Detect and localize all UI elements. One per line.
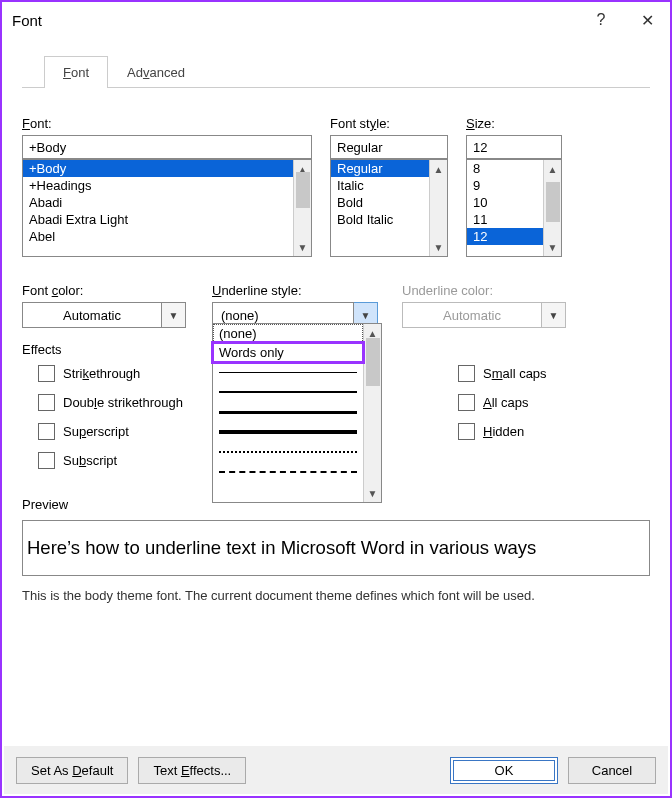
tab-content: Font: +Body +Headings Abadi Abadi Extra …: [2, 88, 670, 613]
ok-button[interactable]: OK: [450, 757, 558, 784]
style-list-item[interactable]: Bold: [331, 194, 429, 211]
help-button[interactable]: ?: [578, 2, 624, 38]
ulcolor-label: Underline color:: [402, 283, 572, 298]
font-list-item[interactable]: +Headings: [23, 177, 293, 194]
underline-dropdown[interactable]: (none) Words only ▲ ▼: [212, 323, 382, 503]
scroll-down-icon[interactable]: ▼: [544, 238, 561, 256]
tabstrip: Font Advanced: [22, 38, 650, 88]
font-column: Font: +Body +Headings Abadi Abadi Extra …: [22, 106, 312, 257]
style-listbox[interactable]: Regular Italic Bold Bold Italic ▲ ▼: [330, 159, 448, 257]
underline-option-single[interactable]: [213, 362, 363, 382]
cancel-button[interactable]: Cancel: [568, 757, 656, 784]
size-scrollbar[interactable]: ▲ ▼: [543, 160, 561, 256]
checkbox-icon: [38, 394, 55, 411]
font-list-item[interactable]: Abadi: [23, 194, 293, 211]
font-row: Font: +Body +Headings Abadi Abadi Extra …: [22, 106, 650, 257]
scroll-up-icon[interactable]: ▲: [430, 160, 447, 178]
style-list-item[interactable]: Bold Italic: [331, 211, 429, 228]
scroll-down-icon[interactable]: ▼: [364, 484, 381, 502]
underline-option-thick2[interactable]: [213, 382, 363, 402]
style-list-item[interactable]: Italic: [331, 177, 429, 194]
underline-dropdown-scrollbar[interactable]: ▲ ▼: [363, 324, 381, 502]
underline-option-thick4[interactable]: [213, 422, 363, 442]
scroll-down-icon[interactable]: ▼: [430, 238, 447, 256]
underline-option-thick3[interactable]: [213, 402, 363, 422]
size-list-item[interactable]: 10: [467, 194, 543, 211]
fontcolor-column: Font color: Automatic ▼: [22, 273, 192, 328]
font-list-item[interactable]: Abadi Extra Light: [23, 211, 293, 228]
underline-column: Underline style: (none) ▼ (none) Words o…: [212, 273, 382, 328]
close-button[interactable]: ✕: [624, 2, 670, 38]
titlebar: Font ? ✕: [2, 2, 670, 38]
checkbox-icon: [38, 365, 55, 382]
fontcolor-label: Font color:: [22, 283, 192, 298]
smallcaps-checkbox[interactable]: Small caps: [458, 365, 648, 382]
underline-option-dashed[interactable]: [213, 462, 363, 482]
ulcolor-column: Underline color: Automatic ▼: [402, 273, 572, 328]
size-input[interactable]: [466, 135, 562, 159]
font-scrollbar[interactable]: ▲ ▼: [293, 160, 311, 256]
ulcolor-value: Automatic: [402, 302, 542, 328]
preview-box: Here’s how to underline text in Microsof…: [22, 520, 650, 576]
ulcolor-dropdown-button: ▼: [542, 302, 566, 328]
checkbox-icon: [38, 423, 55, 440]
allcaps-checkbox[interactable]: All caps: [458, 394, 648, 411]
text-effects-button[interactable]: Text Effects...: [138, 757, 246, 784]
tab-advanced[interactable]: Advanced: [108, 56, 204, 88]
style-scrollbar[interactable]: ▲ ▼: [429, 160, 447, 256]
hidden-checkbox[interactable]: Hidden: [458, 423, 648, 440]
effects-col-right: Small caps All caps Hidden: [458, 365, 648, 469]
chevron-down-icon: ▼: [169, 310, 179, 321]
underline-option-wordsonly[interactable]: Words only: [213, 343, 363, 362]
size-list-item[interactable]: 12: [467, 228, 543, 245]
font-list-item[interactable]: Abel: [23, 228, 293, 245]
style-list-item[interactable]: Regular: [331, 160, 429, 177]
style-column: Font style: Regular Italic Bold Bold Ita…: [330, 106, 448, 257]
fontcolor-value: Automatic: [22, 302, 162, 328]
size-label: Size:: [466, 116, 562, 131]
font-label: Font:: [22, 116, 312, 131]
style-label: Font style:: [330, 116, 448, 131]
style-input[interactable]: [330, 135, 448, 159]
scroll-thumb[interactable]: [296, 172, 310, 208]
size-list-item[interactable]: 8: [467, 160, 543, 177]
color-underline-row: Font color: Automatic ▼ Underline style:…: [22, 273, 650, 328]
size-listbox[interactable]: 8 9 10 11 12 ▲ ▼: [466, 159, 562, 257]
fontcolor-dropdown-button[interactable]: ▼: [162, 302, 186, 328]
font-input[interactable]: [22, 135, 312, 159]
size-list-item[interactable]: 9: [467, 177, 543, 194]
scroll-down-icon[interactable]: ▼: [294, 238, 311, 256]
chevron-down-icon: ▼: [361, 310, 371, 321]
size-list-item[interactable]: 11: [467, 211, 543, 228]
scroll-thumb[interactable]: [546, 182, 560, 222]
font-list-item[interactable]: +Body: [23, 160, 293, 177]
underline-label: Underline style:: [212, 283, 382, 298]
tab-font[interactable]: Font: [44, 56, 108, 88]
dialog-title: Font: [12, 12, 578, 29]
size-column: Size: 8 9 10 11 12 ▲ ▼: [466, 106, 562, 257]
checkbox-icon: [458, 365, 475, 382]
checkbox-icon: [458, 394, 475, 411]
dialog-footer: Set As Default Text Effects... OK Cancel: [4, 746, 668, 794]
font-listbox[interactable]: +Body +Headings Abadi Abadi Extra Light …: [22, 159, 312, 257]
ulcolor-combo: Automatic ▼: [402, 302, 572, 328]
set-default-button[interactable]: Set As Default: [16, 757, 128, 784]
checkbox-icon: [38, 452, 55, 469]
scroll-up-icon[interactable]: ▲: [544, 160, 561, 178]
fontcolor-combo[interactable]: Automatic ▼: [22, 302, 192, 328]
checkbox-icon: [458, 423, 475, 440]
chevron-down-icon: ▼: [549, 310, 559, 321]
preview-note: This is the body theme font. The current…: [22, 588, 650, 603]
scroll-thumb[interactable]: [366, 338, 380, 386]
underline-option-dotted[interactable]: [213, 442, 363, 462]
underline-option-none[interactable]: (none): [213, 324, 363, 343]
